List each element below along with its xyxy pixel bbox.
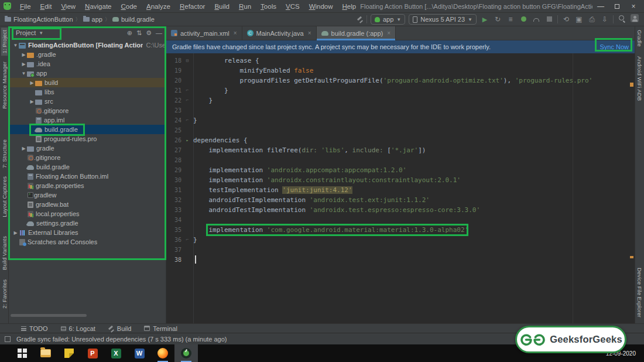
tree-item-gradle-properties[interactable]: gradle.properties [9,181,166,190]
collapse-all-icon[interactable]: ⇅ [136,29,142,37]
stripe-item-1-project[interactable]: 1: Project [1,28,8,56]
code-line-23[interactable]: 23 [166,105,635,115]
tree-expand-icon[interactable]: ▶ [12,230,19,235]
device-select[interactable]: Nexus 5 API 23 ▼ [409,14,477,25]
code-line-31[interactable]: 31 testImplementation 'junit:junit:4.12' [166,185,635,195]
search-everywhere-icon[interactable] [617,15,626,24]
taskbar-powerpoint[interactable]: P [81,344,104,362]
maximize-button[interactable] [609,1,625,12]
code-line-22[interactable]: 22⌐ } [166,95,635,105]
tree-expand-icon[interactable]: ▼ [12,43,19,48]
toolwindow-terminal[interactable]: Terminal [144,325,177,332]
minimize-button[interactable]: — [592,1,609,12]
apply-changes-icon[interactable]: ↻ [493,15,502,24]
tree-item-build-gradle[interactable]: build.gradle [9,162,166,172]
stripe-item-layout-captures[interactable]: Layout Captures [1,174,8,220]
code-line-37[interactable]: 37 [166,245,635,255]
stripe-item-build-variants[interactable]: Build Variants [1,234,8,272]
breadcrumb-item[interactable]: app [83,16,102,23]
code-line-19[interactable]: 19 minifyEnabled false [166,66,635,76]
tree-item-build-gradle[interactable]: build.gradle [9,125,166,134]
code-line-34[interactable]: 34 [166,215,635,225]
sync-now-link[interactable]: Sync Now [600,43,629,50]
tree-item-external-libraries[interactable]: ▶External Libraries [9,228,166,237]
tab-build-gradle-app-[interactable]: build.gradle (:app)× [317,26,396,40]
tree-item-scratches-and-consoles[interactable]: Scratches and Consoles [9,237,166,247]
code-line-21[interactable]: 21⌐ } [166,86,635,95]
coverage-icon[interactable]: ≡ [506,15,515,24]
code-line-20[interactable]: 20 proguardFiles getDefaultProguardFile(… [166,76,635,86]
code-line-25[interactable]: 25 [166,125,635,135]
taskbar-file-explorer[interactable] [34,344,57,362]
stripe-item-device-file-explorer[interactable]: Device File Explorer [636,265,643,320]
code-editor[interactable]: 18⊟ release {19 minifyEnabled false20 pr… [166,53,635,323]
tab-activity-main-xml[interactable]: activity_main.xml× [166,26,242,40]
taskbar-sticky-notes[interactable] [57,344,81,362]
profile-avatar-icon[interactable] [630,14,639,25]
menu-navigate[interactable]: Navigate [81,2,115,11]
code-line-18[interactable]: 18⊟ release { [166,56,635,66]
code-line-27[interactable]: 27 implementation fileTree(dir: 'libs', … [166,145,635,155]
project-horizontal-scrollbar[interactable] [11,314,87,317]
project-view-selector[interactable]: Project [12,29,36,36]
menu-window[interactable]: Window [305,2,337,11]
code-line-35[interactable]: 35 implementation 'com.google.android.ma… [166,225,635,235]
tree-item-gradle[interactable]: ▶gradle [9,144,166,153]
sdk-manager-icon[interactable]: ⇩ [600,15,609,24]
menu-analyze[interactable]: Analyze [142,2,174,11]
breadcrumb-item[interactable]: build.gradle [112,16,155,23]
tree-item-libs[interactable]: libs [9,87,166,97]
tree-expand-icon[interactable]: ▶ [20,52,27,57]
taskbar-android-studio[interactable] [174,344,198,362]
menu-vcs[interactable]: VCS [282,2,304,11]
tree-item-app[interactable]: ▼app [9,69,166,78]
tree-item--gitignore[interactable]: .gitignore [9,153,166,162]
breadcrumb-item[interactable]: FloatingActionButton [5,16,73,23]
stripe-item-resource-manager[interactable]: Resource Manager [1,59,8,111]
run-configuration-select[interactable]: app ▼ [371,14,405,25]
tree-item-floatingactionbutton-floating-action-button-[interactable]: ▼FloatingActionButton [Floating Action B… [9,40,166,50]
tree-expand-icon[interactable]: ▶ [20,62,27,67]
code-line-33[interactable]: 33 androidTestImplementation 'androidx.t… [166,205,635,215]
stop-icon[interactable] [544,15,554,24]
tab-close-icon[interactable]: × [387,30,390,36]
code-line-30[interactable]: 30 implementation 'androidx.constraintla… [166,175,635,185]
taskbar-start-button[interactable] [11,344,34,362]
code-line-28[interactable]: 28 [166,155,635,165]
tree-item-settings-gradle[interactable]: settings.gradle [9,218,166,228]
tree-item-app-iml[interactable]: app.iml [9,115,166,125]
menu-run[interactable]: Run [235,2,255,11]
toolwindow-build[interactable]: Build [108,325,131,332]
tree-item-gradlew-bat[interactable]: gradlew.bat [9,200,166,209]
tree-item-proguard-rules-pro[interactable]: proguard-rules.pro [9,134,166,144]
tree-expand-icon[interactable]: ▶ [29,80,35,86]
menu-view[interactable]: View [57,2,80,11]
tree-item-build[interactable]: ▶build [9,78,166,87]
locate-file-icon[interactable]: ⊕ [127,29,132,37]
menu-file[interactable]: File [16,2,35,11]
debug-icon[interactable] [519,15,528,24]
tree-item--idea[interactable]: ▶.idea [9,59,166,69]
taskbar-word[interactable]: W [128,344,151,362]
tree-item--gitignore[interactable]: .gitignore [9,106,166,115]
tree-expand-icon[interactable]: ▶ [29,99,35,104]
stripe-item-gradle[interactable]: Gradle [636,28,643,49]
menu-build[interactable]: Build [210,2,234,11]
toolwindow-6-logcat[interactable]: 6: Logcat [61,325,95,332]
stripe-item-7-structure[interactable]: 7: Structure [1,137,8,170]
hide-panel-icon[interactable]: — [156,29,162,36]
code-line-26[interactable]: 26▸dependencies { [166,135,635,145]
code-line-38[interactable]: 38 [166,255,635,265]
build-hammer-icon[interactable] [357,16,363,22]
terminal-window-icon[interactable]: ▣ [574,15,584,24]
close-button[interactable]: × [625,1,642,12]
taskbar-excel[interactable]: X [104,344,128,362]
toolwindow-quick-access-icon[interactable] [5,336,11,342]
tab-close-icon[interactable]: × [308,30,311,36]
code-line-32[interactable]: 32 androidTestImplementation 'androidx.t… [166,195,635,205]
menu-help[interactable]: Help [338,2,361,11]
taskbar-firefox[interactable] [151,344,174,362]
tab-mainactivity-java[interactable]: CMainActivity.java× [242,26,317,40]
menu-edit[interactable]: Edit [36,2,56,11]
menu-refactor[interactable]: Refactor [176,2,209,11]
